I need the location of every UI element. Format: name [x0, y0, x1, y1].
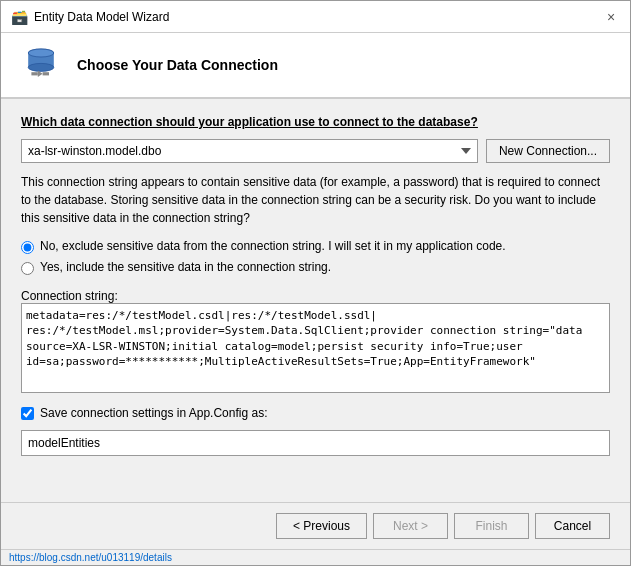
previous-button[interactable]: < Previous — [276, 513, 367, 539]
svg-point-3 — [28, 49, 54, 57]
save-row: Save connection settings in App.Config a… — [21, 406, 610, 420]
radio-yes[interactable] — [21, 262, 34, 275]
database-icon — [21, 45, 61, 85]
status-url: https://blog.csdn.net/u013119/details — [9, 552, 172, 563]
content-area: Which data connection should your applic… — [1, 99, 630, 502]
window-icon: 🗃️ — [11, 9, 28, 25]
connection-string-textarea[interactable]: metadata=res:/*/testModel.csdl|res:/*/te… — [21, 303, 610, 393]
save-label[interactable]: Save connection settings in App.Config a… — [40, 406, 267, 420]
radio-yes-item[interactable]: Yes, include the sensitive data in the c… — [21, 260, 610, 275]
radio-no[interactable] — [21, 241, 34, 254]
status-bar: https://blog.csdn.net/u013119/details — [1, 549, 630, 565]
finish-button[interactable]: Finish — [454, 513, 529, 539]
svg-rect-4 — [31, 72, 37, 75]
radio-no-item[interactable]: No, exclude sensitive data from the conn… — [21, 239, 610, 254]
cancel-button[interactable]: Cancel — [535, 513, 610, 539]
svg-rect-6 — [43, 72, 49, 75]
warning-text: This connection string appears to contai… — [21, 173, 610, 227]
connection-string-label: Connection string: — [21, 289, 610, 303]
dialog-window: 🗃️ Entity Data Model Wizard × Choose You… — [0, 0, 631, 566]
save-checkbox[interactable] — [21, 407, 34, 420]
connection-string-section: Connection string: metadata=res:/*/testM… — [21, 285, 610, 396]
radio-no-label: No, exclude sensitive data from the conn… — [40, 239, 506, 253]
title-bar-left: 🗃️ Entity Data Model Wizard — [11, 9, 169, 25]
header-section: Choose Your Data Connection — [1, 33, 630, 99]
close-button[interactable]: × — [602, 8, 620, 26]
title-text: Entity Data Model Wizard — [34, 10, 169, 24]
new-connection-button[interactable]: New Connection... — [486, 139, 610, 163]
header-icon — [21, 45, 61, 85]
app-config-input[interactable] — [21, 430, 610, 456]
radio-group: No, exclude sensitive data from the conn… — [21, 239, 610, 275]
connection-row: xa-lsr-winston.model.dbo New Connection.… — [21, 139, 610, 163]
question-label: Which data connection should your applic… — [21, 115, 610, 129]
svg-point-2 — [28, 63, 54, 71]
radio-yes-label: Yes, include the sensitive data in the c… — [40, 260, 331, 274]
header-title: Choose Your Data Connection — [77, 57, 278, 73]
connection-dropdown[interactable]: xa-lsr-winston.model.dbo — [21, 139, 478, 163]
next-button[interactable]: Next > — [373, 513, 448, 539]
title-bar: 🗃️ Entity Data Model Wizard × — [1, 1, 630, 33]
footer: < Previous Next > Finish Cancel — [1, 502, 630, 549]
